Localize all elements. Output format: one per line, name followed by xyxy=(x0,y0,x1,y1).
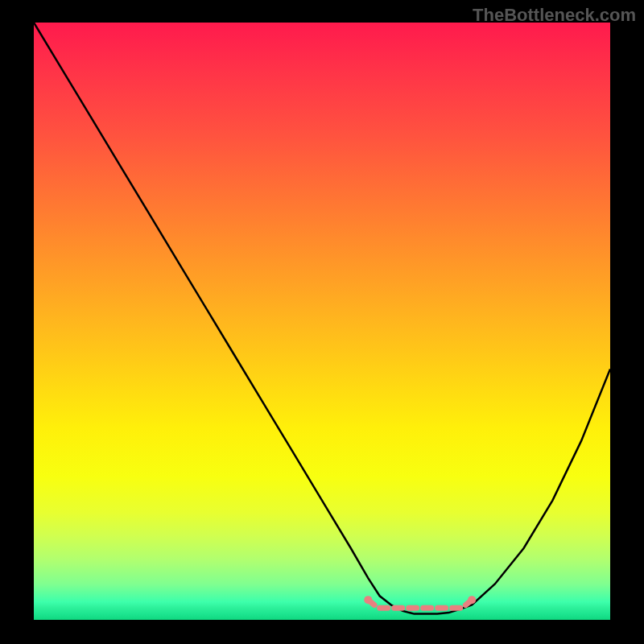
flat-zone-dash xyxy=(368,600,472,608)
watermark-text: TheBottleneck.com xyxy=(473,5,636,26)
plot-area xyxy=(34,23,610,620)
flat-zone-right-dot xyxy=(468,596,476,604)
curve-svg xyxy=(34,23,610,620)
flat-zone-left-dot xyxy=(364,596,372,604)
bottleneck-curve xyxy=(34,23,610,614)
